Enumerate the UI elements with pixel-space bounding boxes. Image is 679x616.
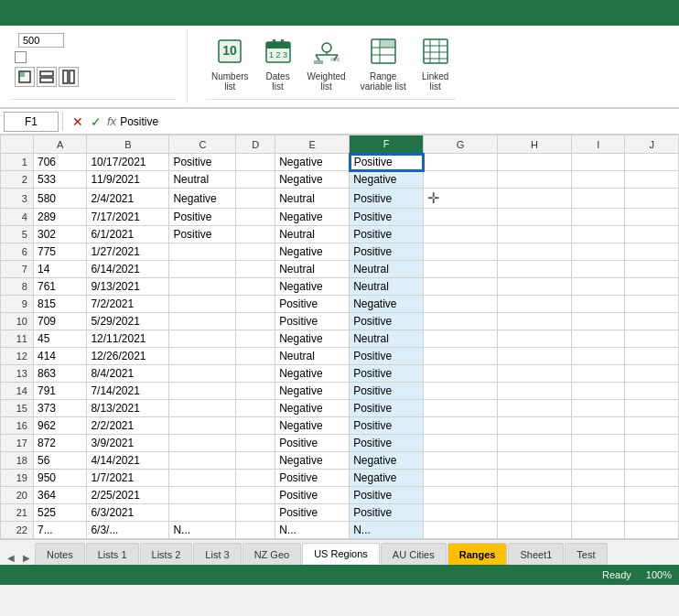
cell-a-11[interactable]: 45 <box>33 330 86 348</box>
output-icon-col[interactable] <box>59 67 79 87</box>
row-header[interactable]: 19 <box>1 470 34 487</box>
cell-d-1[interactable] <box>236 154 275 171</box>
cell-f-6[interactable]: Positive <box>350 243 424 261</box>
cell-f-7[interactable]: Neutral <box>350 261 424 278</box>
cell-a-20[interactable]: 364 <box>33 487 86 504</box>
confirm-formula-icon[interactable]: ✓ <box>89 114 103 129</box>
cell-j-4[interactable] <box>625 209 679 226</box>
cell-c-18[interactable] <box>169 452 236 470</box>
cell-h-21[interactable] <box>498 504 572 522</box>
menu-page-layout[interactable] <box>62 9 77 16</box>
row-header[interactable]: 6 <box>1 243 34 261</box>
cell-h-19[interactable] <box>498 470 572 487</box>
cell-j-13[interactable] <box>625 365 679 383</box>
cell-j-6[interactable] <box>625 243 679 261</box>
cell-d-3[interactable] <box>236 189 275 209</box>
cell-b-17[interactable]: 3/9/2021 <box>87 435 169 452</box>
cell-a-10[interactable]: 709 <box>33 313 86 330</box>
cell-i-19[interactable] <box>572 470 625 487</box>
cell-e-14[interactable]: Negative <box>275 383 350 400</box>
cell-j-10[interactable] <box>625 313 679 330</box>
sheet-tab-notes[interactable]: Notes <box>35 543 85 565</box>
cell-last-7[interactable] <box>498 522 572 539</box>
cell-i-2[interactable] <box>572 171 625 189</box>
cell-a-9[interactable]: 815 <box>33 296 86 313</box>
cell-c-21[interactable] <box>169 504 236 522</box>
cancel-formula-icon[interactable]: ✕ <box>70 114 85 129</box>
cell-b-9[interactable]: 7/2/2021 <box>87 296 169 313</box>
menu-home[interactable] <box>26 9 40 16</box>
cell-e-17[interactable]: Positive <box>275 435 350 452</box>
col-header-a[interactable]: A <box>33 135 86 154</box>
cell-d-8[interactable] <box>236 278 275 296</box>
row-header[interactable]: 18 <box>1 452 34 470</box>
output-icon-row[interactable] <box>37 67 57 87</box>
cell-h-1[interactable] <box>498 154 572 171</box>
cell-h-10[interactable] <box>498 313 572 330</box>
cell-e-15[interactable]: Negative <box>275 400 350 417</box>
cell-e-4[interactable]: Negative <box>275 209 350 226</box>
cell-j-11[interactable] <box>625 330 679 348</box>
cell-a-5[interactable]: 302 <box>33 226 86 243</box>
cell-b-16[interactable]: 2/2/2021 <box>87 417 169 435</box>
row-header[interactable]: 1 <box>1 154 34 171</box>
cell-g-1[interactable] <box>424 154 498 171</box>
output-icon-cell[interactable] <box>15 67 35 87</box>
menu-addins[interactable] <box>154 9 168 16</box>
cell-a-21[interactable]: 525 <box>33 504 86 522</box>
cell-d-15[interactable] <box>236 400 275 417</box>
formula-input[interactable] <box>120 115 675 128</box>
cell-last-1[interactable]: 6/3/... <box>87 522 169 539</box>
cell-e-9[interactable]: Positive <box>275 296 350 313</box>
cell-i-4[interactable] <box>572 209 625 226</box>
row-header[interactable]: 3 <box>1 189 34 209</box>
col-header-b[interactable]: B <box>87 135 169 154</box>
sheet-tab-nz-geo[interactable]: NZ Geo <box>242 543 302 565</box>
cell-h-8[interactable] <box>498 278 572 296</box>
cell-g-7[interactable] <box>424 261 498 278</box>
cell-f-1[interactable]: Positive <box>350 154 424 171</box>
cell-a-14[interactable]: 791 <box>33 383 86 400</box>
cell-h-18[interactable] <box>498 452 572 470</box>
col-header-j[interactable]: J <box>625 135 679 154</box>
cell-g-9[interactable] <box>424 296 498 313</box>
cell-a-15[interactable]: 373 <box>33 400 86 417</box>
row-header[interactable]: 14 <box>1 383 34 400</box>
cell-i-15[interactable] <box>572 400 625 417</box>
cell-f-21[interactable]: Positive <box>350 504 424 522</box>
cell-i-7[interactable] <box>572 261 625 278</box>
cell-g-5[interactable] <box>424 226 498 243</box>
cell-b-15[interactable]: 8/13/2021 <box>87 400 169 417</box>
cell-h-14[interactable] <box>498 383 572 400</box>
cell-j-20[interactable] <box>625 487 679 504</box>
cell-a-3[interactable]: 580 <box>33 189 86 209</box>
cell-last-3[interactable] <box>236 522 275 539</box>
cell-c-9[interactable] <box>169 296 236 313</box>
cell-i-8[interactable] <box>572 278 625 296</box>
row-header[interactable]: 4 <box>1 209 34 226</box>
cell-b-6[interactable]: 1/27/2021 <box>87 243 169 261</box>
sheet-tab-lists-2[interactable]: Lists 2 <box>140 543 193 565</box>
cell-g-6[interactable] <box>424 243 498 261</box>
cell-i-5[interactable] <box>572 226 625 243</box>
col-header-d[interactable]: D <box>236 135 275 154</box>
linked-list-btn[interactable]: Linked list <box>415 33 456 95</box>
cell-last-2[interactable]: N... <box>169 522 236 539</box>
cell-b-21[interactable]: 6/3/2021 <box>87 504 169 522</box>
cell-i-17[interactable] <box>572 435 625 452</box>
row-header[interactable]: 20 <box>1 487 34 504</box>
cell-c-13[interactable] <box>169 365 236 383</box>
row-header[interactable]: 7 <box>1 261 34 278</box>
cell-f-19[interactable]: Negative <box>350 470 424 487</box>
cell-e-10[interactable]: Positive <box>275 313 350 330</box>
cell-h-17[interactable] <box>498 435 572 452</box>
cell-h-20[interactable] <box>498 487 572 504</box>
cell-f-12[interactable]: Positive <box>350 348 424 365</box>
cell-b-20[interactable]: 2/25/2021 <box>87 487 169 504</box>
cell-b-14[interactable]: 7/14/2021 <box>87 383 169 400</box>
cell-c-14[interactable] <box>169 383 236 400</box>
sheet-tab-us-regions[interactable]: US Regions <box>302 543 380 565</box>
cell-i-18[interactable] <box>572 452 625 470</box>
cell-i-14[interactable] <box>572 383 625 400</box>
cell-last-4[interactable]: N... <box>275 522 350 539</box>
